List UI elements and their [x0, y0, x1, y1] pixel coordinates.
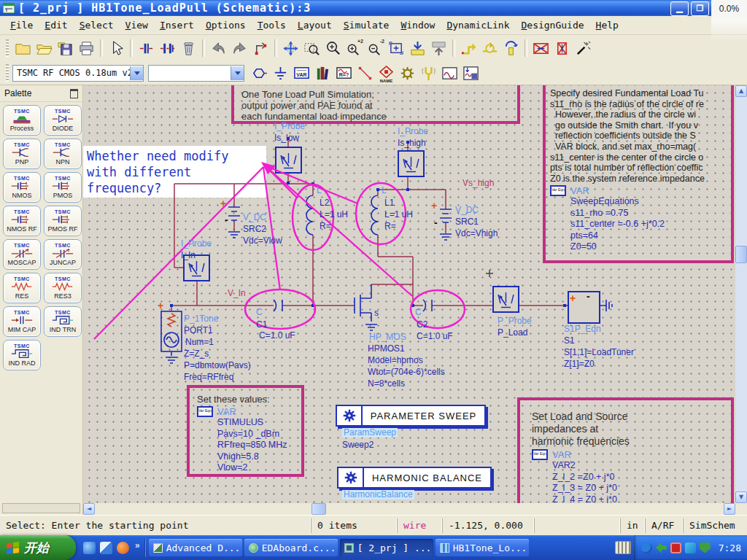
insert-var-block-icon[interactable]: VAR: [292, 63, 311, 83]
palette-item-pmos[interactable]: TSMCPMOS: [44, 172, 82, 203]
taskbar-task-4[interactable]: HB1Tone_Lo...: [436, 539, 529, 556]
schematic-label: HarmonicBalance: [342, 490, 414, 499]
zoom-in-2x-icon[interactable]: +2: [344, 39, 364, 58]
zoom-area-icon[interactable]: [302, 39, 322, 58]
menu-edit[interactable]: Edit: [39, 18, 73, 33]
menu-designguide[interactable]: DesignGuide: [515, 18, 589, 33]
tune-parameters-icon[interactable]: [419, 63, 438, 83]
taskbar-task-3[interactable]: [ 2_prj ] ...: [340, 539, 433, 556]
minimize-button[interactable]: ▁: [670, 1, 689, 16]
insert-wire-diagonal-icon[interactable]: [355, 63, 375, 83]
pop-out-hierarchy-icon[interactable]: [429, 39, 449, 58]
zoom-in-icon[interactable]: [323, 39, 343, 58]
zoom-to-selection-icon[interactable]: [387, 39, 406, 58]
palette-item-npn[interactable]: TSMCNPN: [44, 139, 82, 169]
taskbar-task-2[interactable]: EDAboard.c...: [244, 539, 338, 556]
simulation-settings-gear-icon[interactable]: [398, 63, 417, 83]
vertical-scroll-thumb[interactable]: [735, 246, 747, 263]
menu-simulate[interactable]: Simulate: [338, 18, 395, 33]
safely-remove-icon[interactable]: [656, 542, 667, 553]
schematic-canvas[interactable]: One Tone Load Pull Simulation; output po…: [83, 85, 735, 503]
library-select[interactable]: TSMC RF CMOS 0.18um v2.0: [12, 65, 144, 82]
simulate-and-save-icon[interactable]: [461, 63, 481, 83]
toolbar-grip[interactable]: [6, 64, 9, 82]
start-button[interactable]: 开始: [0, 535, 76, 560]
menu-options[interactable]: Options: [200, 18, 252, 33]
palette-item-diode[interactable]: TSMCDIODE: [44, 105, 82, 136]
select-cursor-icon[interactable]: [107, 39, 126, 58]
antivirus-icon[interactable]: [700, 542, 711, 553]
insert-ground-icon[interactable]: [271, 63, 290, 83]
palette-item-nmos-rf[interactable]: TSMCNMOS RF: [3, 206, 41, 236]
deactivate-part-icon[interactable]: [531, 39, 551, 58]
palette-item-moscap[interactable]: TSMCMOSCAP: [3, 239, 41, 270]
scroll-left-icon[interactable]: ◄: [83, 503, 95, 515]
palette-item-nmos[interactable]: TSMCNMOS: [3, 172, 41, 203]
menu-help[interactable]: Help: [590, 18, 624, 33]
palette-item-pmos-rf[interactable]: TSMCPMOS RF: [44, 206, 82, 236]
menu-window[interactable]: Window: [395, 18, 441, 33]
maximize-button[interactable]: ❐: [691, 1, 709, 16]
horizontal-scrollbar[interactable]: ◄ ►: [83, 503, 735, 515]
language-bar-icon[interactable]: [641, 542, 652, 553]
palette-item-ind-rad[interactable]: TSMCIND RAD: [3, 340, 41, 370]
menu-layout[interactable]: Layout: [292, 18, 338, 33]
insert-wire-icon[interactable]: [459, 39, 479, 58]
new-design-icon[interactable]: [13, 39, 33, 58]
save-design-icon[interactable]: [55, 39, 75, 58]
title-bar[interactable]: [ 2_prj ] HB1Tone_LoadPull (Schematic):3…: [0, 0, 747, 16]
component-history-select[interactable]: [148, 65, 244, 82]
palette-item-ind-trn[interactable]: TSMCIND TRN: [44, 306, 82, 337]
messenger-icon[interactable]: [685, 542, 696, 553]
scroll-right-icon[interactable]: ►: [724, 503, 735, 515]
vertical-scrollbar[interactable]: ▲ ▼: [735, 85, 747, 503]
show-desktop-icon[interactable]: [100, 542, 112, 554]
palette-item-pnp[interactable]: TSMCPNP: [3, 139, 41, 169]
menu-file[interactable]: File: [4, 18, 39, 33]
data-display-icon[interactable]: [440, 63, 460, 83]
delete-icon[interactable]: [179, 39, 198, 58]
palette-item-juncap[interactable]: TSMCJUNCAP: [44, 239, 82, 270]
insert-wire-label-icon[interactable]: [480, 39, 500, 58]
print-icon[interactable]: [77, 39, 96, 58]
schematic-label: L=1 uH: [320, 210, 348, 219]
menu-select[interactable]: Select: [74, 18, 120, 33]
horizontal-scroll-thumb[interactable]: [311, 503, 326, 515]
palette-item-mim-cap[interactable]: TSMCMIM CAP: [3, 306, 41, 337]
zoom-out-2x-icon[interactable]: -2: [365, 39, 385, 58]
rotate-reference-icon[interactable]: [251, 39, 271, 58]
library-browser-icon[interactable]: [313, 63, 333, 83]
undo-icon[interactable]: [209, 39, 228, 58]
smart-simulation-wand-icon[interactable]: [573, 39, 593, 58]
palette-item-res[interactable]: TSMCRES: [3, 273, 41, 303]
chevron-down-icon[interactable]: [130, 66, 143, 80]
palette-item-process[interactable]: TSMCProcess: [3, 105, 41, 136]
display-parameter-icon[interactable]: R=?: [334, 63, 354, 83]
component-activate-icon[interactable]: [158, 39, 177, 58]
rotate-item-icon[interactable]: [501, 39, 521, 58]
palette-item-res3[interactable]: TSMCRES3: [44, 273, 82, 303]
ie-icon[interactable]: [83, 542, 96, 554]
quick-launch-overflow[interactable]: »: [135, 540, 140, 551]
push-into-hierarchy-icon[interactable]: [408, 39, 427, 58]
firefox-icon[interactable]: [117, 542, 129, 554]
scroll-down-icon[interactable]: ▼: [735, 491, 747, 503]
move-icon[interactable]: [281, 39, 301, 58]
security-alert-icon[interactable]: [670, 542, 681, 553]
menu-insert[interactable]: Insert: [154, 18, 200, 33]
component-deactivate-icon[interactable]: [136, 39, 156, 58]
scroll-up-icon[interactable]: ▲: [735, 85, 747, 97]
keyboard-icon[interactable]: [615, 541, 631, 554]
short-part-icon[interactable]: [552, 39, 572, 58]
redo-icon[interactable]: [230, 39, 249, 58]
menu-view[interactable]: View: [120, 18, 154, 33]
menu-tools[interactable]: Tools: [252, 18, 292, 33]
chevron-down-icon[interactable]: [231, 66, 244, 80]
toolbar-grip[interactable]: [6, 39, 9, 57]
node-name-icon[interactable]: NAME: [376, 63, 396, 83]
menu-dynamiclink[interactable]: DynamicLink: [441, 18, 515, 33]
undock-palette-icon[interactable]: [70, 89, 78, 98]
insert-port-icon[interactable]: [249, 63, 269, 83]
taskbar-task-1[interactable]: Advanced D...: [149, 539, 242, 556]
open-design-icon[interactable]: [34, 39, 54, 58]
